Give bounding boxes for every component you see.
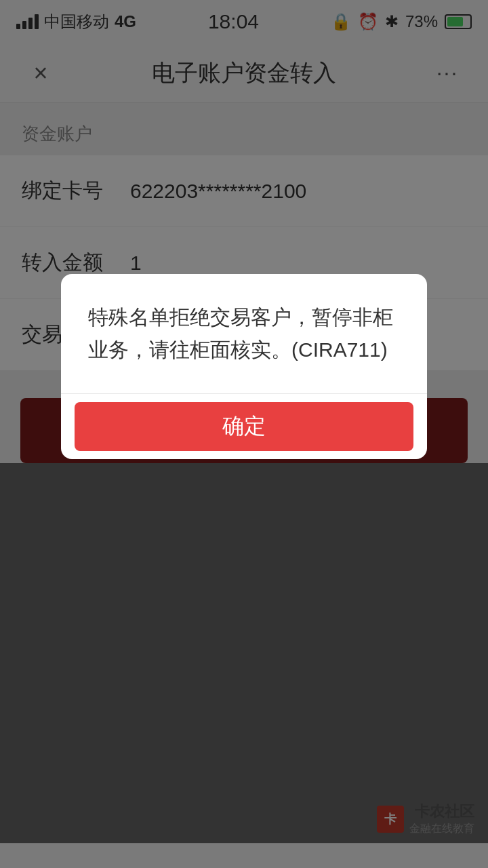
dialog-message: 特殊名单拒绝交易客户，暂停非柜业务，请往柜面核实。(CIRA711): [88, 301, 400, 393]
dialog-overlay: 特殊名单拒绝交易客户，暂停非柜业务，请往柜面核实。(CIRA711) 确定: [0, 0, 488, 868]
dialog-confirm-inner[interactable]: 确定: [75, 402, 413, 451]
dialog-confirm-button[interactable]: 确定: [61, 394, 427, 459]
error-dialog: 特殊名单拒绝交易客户，暂停非柜业务，请往柜面核实。(CIRA711) 确定: [61, 274, 427, 459]
dialog-confirm-label: 确定: [222, 412, 266, 441]
